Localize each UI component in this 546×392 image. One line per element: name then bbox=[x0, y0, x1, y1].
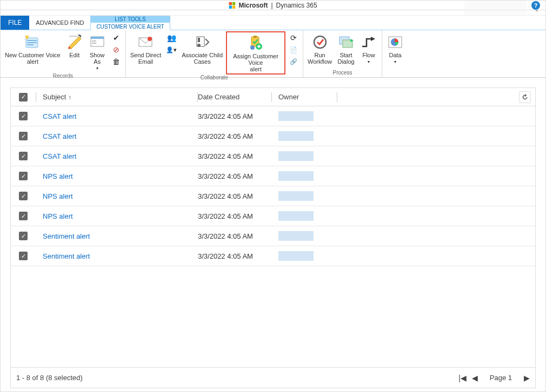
svg-rect-21 bbox=[198, 38, 200, 42]
svg-rect-1 bbox=[232, 2, 236, 5]
date-cell: 3/3/2022 4:05 AM bbox=[198, 252, 271, 260]
deactivate-button[interactable]: ⊘ bbox=[110, 44, 122, 55]
row-checkbox[interactable]: ✓ bbox=[19, 192, 28, 200]
subject-link[interactable]: NPS alert bbox=[43, 212, 73, 220]
table-row[interactable]: ✓CSAT alert3/3/2022 4:05 AM bbox=[11, 146, 535, 166]
assign-icon bbox=[247, 35, 264, 52]
microsoft-logo-icon bbox=[229, 2, 235, 9]
subject-link[interactable]: NPS alert bbox=[43, 172, 73, 180]
cancel-icon: ⊘ bbox=[113, 45, 119, 54]
trash-icon: 🗑 bbox=[112, 57, 120, 66]
subject-link[interactable]: CSAT alert bbox=[43, 112, 76, 120]
svg-rect-15 bbox=[92, 40, 96, 42]
grid-body: ✓CSAT alert3/3/2022 4:05 AM✓CSAT alert3/… bbox=[11, 106, 535, 367]
svg-marker-9 bbox=[68, 37, 81, 49]
row-checkbox[interactable]: ✓ bbox=[19, 212, 28, 220]
row-checkbox[interactable]: ✓ bbox=[19, 232, 28, 240]
subject-link[interactable]: CSAT alert bbox=[43, 132, 76, 140]
table-row[interactable]: ✓NPS alert3/3/2022 4:05 AM bbox=[11, 166, 535, 186]
people-icon: 👥 bbox=[167, 33, 176, 42]
column-header-owner[interactable]: Owner bbox=[272, 93, 337, 101]
send-direct-email-button[interactable]: Send Direct Email bbox=[128, 31, 163, 66]
activate-button[interactable]: ✔ bbox=[110, 32, 122, 43]
svg-rect-2 bbox=[229, 5, 232, 9]
content-area: ✓ Subject ↑ Date Created Owner ✓CSAT ale… bbox=[1, 78, 545, 392]
table-row[interactable]: ✓Sentiment alert3/3/2022 4:05 AM bbox=[11, 226, 535, 246]
run-workflow-button[interactable]: Run Workflow bbox=[305, 31, 334, 66]
prev-page-button[interactable]: ◀ bbox=[472, 374, 478, 382]
delete-button[interactable]: 🗑 bbox=[110, 56, 122, 67]
tab-advanced-find[interactable]: ADVANCED FIND bbox=[29, 16, 90, 30]
associate-child-cases-button[interactable]: Associate Child Cases bbox=[179, 31, 225, 66]
copy-button[interactable]: 📄 bbox=[288, 44, 299, 55]
refresh-small-icon: ⟳ bbox=[290, 33, 297, 42]
table-row[interactable]: ✓CSAT alert3/3/2022 4:05 AM bbox=[11, 126, 535, 146]
svg-rect-6 bbox=[27, 40, 37, 41]
date-cell: 3/3/2022 4:05 AM bbox=[198, 192, 271, 200]
table-row[interactable]: ✓CSAT alert3/3/2022 4:05 AM bbox=[11, 106, 535, 126]
table-row[interactable]: ✓NPS alert3/3/2022 4:05 AM bbox=[11, 186, 535, 206]
select-all-checkbox[interactable]: ✓ bbox=[19, 93, 28, 102]
help-icon[interactable]: ? bbox=[531, 1, 540, 10]
owner-redacted bbox=[278, 131, 314, 141]
new-alert-label: New Customer Voice alert bbox=[5, 52, 61, 65]
owner-redacted bbox=[278, 231, 314, 241]
email-link-button[interactable]: 👤▾ bbox=[165, 44, 177, 55]
svg-rect-3 bbox=[232, 5, 236, 9]
data-button[interactable]: Data ▾ bbox=[384, 31, 406, 66]
table-row[interactable]: ✓NPS alert3/3/2022 4:05 AM bbox=[11, 206, 535, 226]
show-as-button[interactable]: Show As ▾ bbox=[86, 31, 108, 73]
svg-point-20 bbox=[197, 44, 201, 47]
first-page-button[interactable]: |◀ bbox=[458, 374, 467, 382]
row-checkbox[interactable]: ✓ bbox=[19, 132, 28, 140]
tab-file[interactable]: FILE bbox=[1, 16, 29, 30]
dialog-icon bbox=[337, 33, 355, 51]
column-header-subject[interactable]: Subject ↑ bbox=[36, 93, 197, 101]
next-page-button[interactable]: ▶ bbox=[524, 374, 530, 382]
start-dialog-button[interactable]: Start Dialog bbox=[335, 31, 357, 66]
row-checkbox[interactable]: ✓ bbox=[19, 252, 28, 260]
share-button[interactable]: ⟳ bbox=[288, 32, 299, 43]
copy-link-button[interactable]: 👥 bbox=[165, 32, 177, 43]
chevron-up-icon[interactable]: ⌃ bbox=[535, 9, 539, 15]
link-button[interactable]: 🔗 bbox=[288, 56, 299, 67]
flow-button[interactable]: Flow ▾ bbox=[358, 31, 379, 66]
edit-button[interactable]: Edit bbox=[64, 31, 85, 59]
ribbon-group-collaborate: Send Direct Email 👥 👤▾ Associate Child C… bbox=[126, 30, 303, 77]
ribbon-tabs: FILE ADVANCED FIND LIST TOOLS CUSTOMER V… bbox=[1, 16, 545, 30]
start-dialog-label: Start Dialog bbox=[337, 52, 354, 65]
ribbon: New Customer Voice alert Edit Show As ▾ … bbox=[1, 30, 545, 78]
tab-customer-voice-alert[interactable]: CUSTOMER VOICE ALERT bbox=[91, 23, 169, 31]
grid-header: ✓ Subject ↑ Date Created Owner bbox=[11, 88, 535, 106]
show-as-label: Show As bbox=[90, 52, 105, 65]
check-icon: ✔ bbox=[113, 33, 119, 42]
brand-app: Dynamics 365 bbox=[276, 2, 317, 9]
dropdown-arrow-icon: ▾ bbox=[368, 59, 370, 65]
link-people-icon: 👤▾ bbox=[166, 46, 177, 53]
row-checkbox[interactable]: ✓ bbox=[19, 172, 28, 180]
svg-rect-7 bbox=[27, 42, 37, 43]
svg-rect-23 bbox=[254, 36, 257, 38]
subject-link[interactable]: NPS alert bbox=[43, 192, 73, 200]
subject-link[interactable]: CSAT alert bbox=[43, 152, 76, 160]
table-row[interactable]: ✓Sentiment alert3/3/2022 4:05 AM bbox=[11, 246, 535, 266]
owner-redacted bbox=[278, 251, 314, 261]
new-customer-voice-alert-button[interactable]: New Customer Voice alert bbox=[3, 31, 63, 66]
tab-group-header: LIST TOOLS bbox=[91, 16, 169, 23]
collaborate-group-label: Collaborate bbox=[128, 75, 301, 80]
process-group-label: Process bbox=[305, 70, 379, 77]
owner-redacted bbox=[278, 171, 314, 181]
brand: Microsoft | Dynamics 365 bbox=[229, 2, 317, 9]
refresh-button[interactable] bbox=[519, 91, 531, 103]
subject-link[interactable]: Sentiment alert bbox=[43, 252, 90, 260]
svg-rect-16 bbox=[92, 43, 96, 44]
column-header-date[interactable]: Date Created bbox=[198, 93, 271, 101]
subject-link[interactable]: Sentiment alert bbox=[43, 232, 90, 240]
row-checkbox[interactable]: ✓ bbox=[19, 152, 28, 160]
svg-marker-30 bbox=[371, 37, 375, 41]
assign-customer-voice-alert-button[interactable]: Assign Customer Voice alert bbox=[226, 31, 285, 75]
pager: |◀ ◀ Page 1 ▶ bbox=[458, 374, 530, 382]
svg-point-18 bbox=[148, 37, 152, 41]
selection-status: 1 - 8 of 8 (8 selected) bbox=[16, 374, 83, 382]
row-checkbox[interactable]: ✓ bbox=[19, 112, 28, 120]
